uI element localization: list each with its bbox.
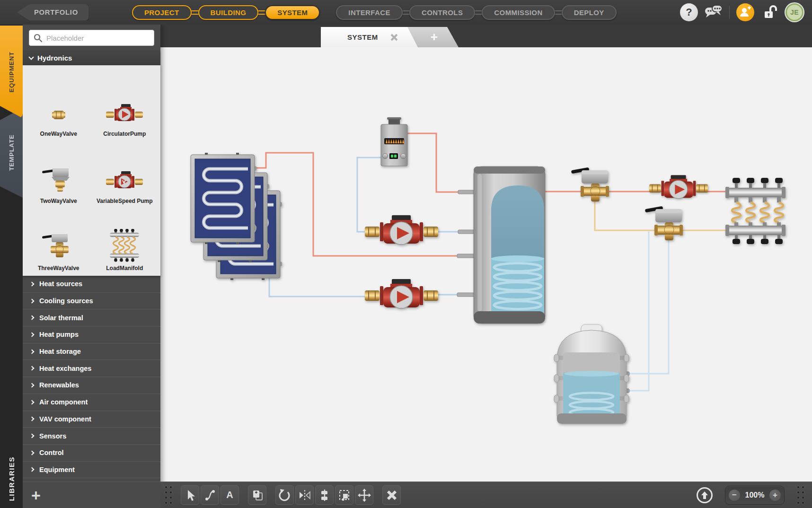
chevron-down-icon [28, 54, 34, 60]
category-renewables[interactable]: Renewables [23, 377, 160, 394]
zoom-in-button[interactable]: + [769, 490, 781, 501]
step-interface[interactable]: INTERFACE [336, 5, 403, 20]
load-manifold[interactable] [725, 178, 786, 244]
dhw-tank[interactable] [554, 324, 629, 424]
three-way-valve-lower[interactable] [645, 206, 683, 240]
select-tool-button[interactable] [181, 485, 199, 505]
mirror-tool-button[interactable] [295, 485, 314, 505]
rotate-tool-button[interactable] [275, 485, 294, 505]
equipment-item-variablespeedpump[interactable]: VariableSpeed Pump [94, 137, 155, 204]
pipe-boiler-return[interactable] [357, 158, 381, 232]
chevron-right-icon [30, 298, 35, 303]
step-connector [191, 10, 199, 15]
equipment-sidebar: Hydronics OneWayValve [23, 25, 160, 508]
equipment-item-twowayvalve[interactable]: TwoWayValve [28, 137, 89, 204]
category-heat-exchanges[interactable]: Heat exchanges [23, 360, 160, 377]
libraries-label: LIBRARIES [0, 436, 23, 508]
duplicate-tool-button[interactable] [248, 485, 266, 505]
equipment-item-onewayvalve[interactable]: OneWayValve [28, 70, 89, 137]
plus-icon: + [431, 30, 438, 44]
close-tab-icon[interactable] [390, 34, 398, 41]
avatar[interactable]: JE [786, 3, 803, 21]
category-equipment[interactable]: Equipment [23, 462, 160, 479]
unlocked-padlock-icon [762, 5, 777, 20]
workflow-steps: PROJECT BUILDING SYSTEM INTERFACE CONTRO… [132, 5, 617, 20]
duplicate-icon [251, 489, 264, 501]
canvas-toolbar: A [160, 482, 812, 508]
gas-boiler[interactable] [381, 117, 407, 166]
circulator-pump-upper[interactable] [365, 215, 438, 245]
buffer-storage-tank[interactable] [474, 166, 545, 324]
marquee-icon [338, 489, 351, 502]
step-controls[interactable]: CONTROLS [409, 5, 475, 20]
category-control[interactable]: Control [23, 445, 160, 462]
tab-label: SYSTEM [347, 33, 378, 41]
export-up-button[interactable] [697, 487, 713, 503]
tab-template[interactable]: TEMPLATE [0, 108, 23, 198]
category-heat-pumps[interactable]: Heat pumps [23, 326, 160, 343]
circulator-pump-lower[interactable] [365, 279, 438, 308]
equipment-item-loadmanifold[interactable]: LoadManifold [94, 204, 155, 272]
category-solar-thermal[interactable]: Solar thermal [23, 309, 160, 326]
equipment-item-circulatorpump[interactable]: CirculatorPump [94, 70, 155, 137]
zoom-out-button[interactable]: − [729, 490, 740, 501]
pipe-boiler-hot[interactable] [405, 133, 474, 192]
align-tool-button[interactable] [315, 485, 334, 505]
category-cooling-sources[interactable]: Cooling sources [23, 293, 160, 310]
category-vav-component[interactable]: VAV component [23, 411, 160, 428]
step-commission[interactable]: COMMISSION [482, 5, 555, 20]
toolbar-grip-handle[interactable] [165, 485, 174, 505]
pipe-solar-return[interactable] [269, 255, 367, 297]
category-heat-sources[interactable]: Heat sources [23, 276, 160, 293]
avatar-initials: JE [790, 9, 799, 16]
person-add-icon [739, 6, 751, 18]
pipe-dhw-2[interactable] [628, 231, 649, 391]
toolbar-grip-handle[interactable] [797, 485, 806, 505]
solar-collector-array[interactable] [191, 153, 282, 280]
chevron-right-icon [30, 417, 35, 421]
three-way-valve-upper[interactable] [571, 167, 609, 201]
move-tool-button[interactable] [355, 485, 373, 505]
marquee-select-tool-button[interactable] [335, 485, 353, 505]
edge-rail: EQUIPMENT TEMPLATE LIBRARIES [0, 25, 23, 508]
lock-button[interactable] [761, 3, 779, 21]
help-button[interactable]: ? [680, 3, 698, 21]
category-air-component[interactable]: Air component [23, 394, 160, 411]
variable-speed-pump-icon [104, 166, 145, 195]
connector-tool-button[interactable] [201, 485, 219, 505]
step-project[interactable]: PROJECT [132, 5, 192, 20]
circulator-pump-right[interactable] [649, 175, 708, 199]
one-way-valve-icon [40, 101, 78, 128]
chevron-right-icon [30, 366, 35, 371]
step-system-active[interactable]: SYSTEM [265, 5, 320, 20]
category-heat-storage[interactable]: Heat storage [23, 343, 160, 360]
zoom-level: 100% [745, 491, 765, 499]
tab-equipment[interactable]: EQUIPMENT [0, 26, 23, 118]
step-deploy[interactable]: DEPLOY [562, 5, 617, 20]
divider [729, 6, 730, 19]
chevron-right-icon [30, 434, 35, 438]
mirror-icon [298, 489, 311, 502]
add-library-button[interactable]: + [31, 488, 41, 502]
tab-system[interactable]: SYSTEM [321, 27, 418, 47]
align-icon [318, 489, 331, 502]
step-building[interactable]: BUILDING [198, 5, 259, 20]
portfolio-button[interactable]: PORTFOLIO [17, 4, 88, 20]
category-sensors[interactable]: Sensors [23, 428, 160, 445]
three-way-valve-icon [38, 231, 79, 262]
section-hydronics[interactable]: Hydronics [23, 51, 160, 65]
text-tool-button[interactable]: A [221, 485, 239, 505]
equipment-palette: OneWayValve CirculatorPump [23, 65, 160, 276]
schematic-canvas[interactable] [160, 47, 812, 482]
equipment-item-threewayvalve[interactable]: ThreeWayValve [28, 204, 89, 272]
chevron-right-icon [30, 383, 35, 388]
cursor-icon [185, 489, 196, 501]
pipe-solar-hot[interactable] [255, 153, 474, 256]
search-input[interactable] [29, 30, 154, 46]
invite-user-button[interactable] [736, 3, 754, 21]
chevron-right-icon [30, 332, 35, 337]
search-icon [33, 33, 43, 43]
move-icon [358, 489, 371, 502]
chat-button[interactable] [705, 3, 723, 21]
delete-tool-button[interactable] [382, 485, 401, 505]
